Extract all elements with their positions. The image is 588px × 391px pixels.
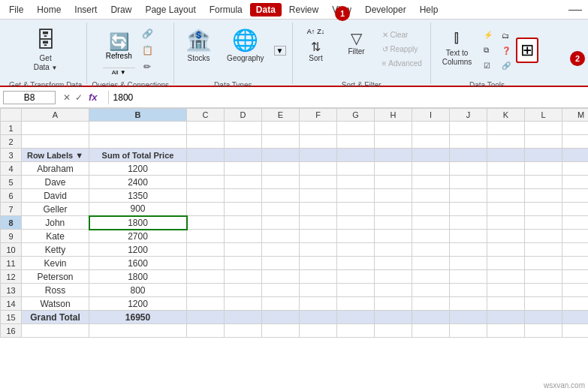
cell-7-5[interactable] [300, 203, 337, 216]
data-tools-special-button[interactable]: ⊞ [516, 38, 538, 63]
cell-8-2[interactable] [187, 216, 225, 230]
menu-help[interactable]: Help [414, 3, 445, 17]
cell-5-10[interactable] [487, 176, 525, 189]
cell-16-0[interactable] [22, 324, 89, 338]
cell-2-12[interactable] [562, 135, 589, 149]
cell-4-12[interactable] [562, 162, 589, 176]
cell-14-10[interactable] [487, 297, 525, 311]
cell-1-7[interactable] [375, 122, 412, 135]
cell-10-12[interactable] [562, 243, 589, 257]
cell-11-10[interactable] [487, 257, 525, 270]
cell-5-11[interactable] [525, 176, 562, 189]
cell-11-6[interactable] [337, 257, 375, 270]
cell-11-0[interactable]: Kevin [22, 257, 89, 270]
cell-4-0[interactable]: Abraham [22, 162, 89, 176]
col-header-E[interactable]: E [262, 109, 300, 122]
cell-1-2[interactable] [187, 122, 225, 135]
cell-2-5[interactable] [300, 135, 337, 149]
cell-11-8[interactable] [412, 257, 450, 270]
cell-16-8[interactable] [412, 324, 450, 338]
cell-10-7[interactable] [375, 243, 412, 257]
cell-10-4[interactable] [262, 243, 300, 257]
cell-8-7[interactable] [375, 216, 412, 230]
cell-4-9[interactable] [450, 162, 487, 176]
cell-3-9[interactable] [450, 149, 487, 162]
cell-5-7[interactable] [375, 176, 412, 189]
cell-3-2[interactable] [187, 149, 225, 162]
cell-15-9[interactable] [450, 311, 487, 324]
cell-8-8[interactable] [412, 216, 450, 230]
cell-13-11[interactable] [525, 284, 562, 297]
cell-16-4[interactable] [262, 324, 300, 338]
cell-2-7[interactable] [375, 135, 412, 149]
cell-3-6[interactable] [337, 149, 375, 162]
cell-4-3[interactable] [225, 162, 262, 176]
menu-file[interactable]: File [3, 3, 29, 17]
formula-cancel-icon[interactable]: ✕ [62, 92, 72, 104]
cell-6-0[interactable]: David [22, 189, 89, 203]
row-header-16[interactable]: 16 [1, 324, 22, 338]
cell-13-9[interactable] [450, 284, 487, 297]
col-header-M[interactable]: M [562, 109, 589, 122]
cell-7-8[interactable] [412, 203, 450, 216]
flash-fill-button[interactable]: ⚡ [480, 29, 496, 41]
cell-11-4[interactable] [262, 257, 300, 270]
cell-4-4[interactable] [262, 162, 300, 176]
cell-3-3[interactable] [225, 149, 262, 162]
cell-9-3[interactable] [225, 230, 262, 243]
cell-13-5[interactable] [300, 284, 337, 297]
row-header-6[interactable]: 6 [1, 189, 22, 203]
cell-6-8[interactable] [412, 189, 450, 203]
col-header-A[interactable]: A [22, 109, 89, 122]
cell-7-2[interactable] [187, 203, 225, 216]
menu-developer[interactable]: Developer [359, 3, 412, 17]
menu-review[interactable]: Review [283, 3, 324, 17]
col-header-B[interactable]: B [89, 109, 187, 122]
cell-1-12[interactable] [562, 122, 589, 135]
cell-12-2[interactable] [187, 270, 225, 284]
cell-11-9[interactable] [450, 257, 487, 270]
cell-9-4[interactable] [262, 230, 300, 243]
refresh-all-button[interactable]: 🔄 Refresh All ▼ [103, 24, 135, 77]
cell-10-3[interactable] [225, 243, 262, 257]
menu-home[interactable]: Home [31, 3, 67, 17]
cell-15-1[interactable]: 16950 [89, 311, 187, 324]
menu-insert[interactable]: Insert [68, 3, 103, 17]
col-header-J[interactable]: J [450, 109, 487, 122]
cell-14-12[interactable] [562, 297, 589, 311]
menu-data[interactable]: Data [250, 3, 282, 17]
cell-4-6[interactable] [337, 162, 375, 176]
cell-15-5[interactable] [300, 311, 337, 324]
sort-za-button[interactable]: Z↓ [316, 27, 325, 36]
cell-15-10[interactable] [487, 311, 525, 324]
cell-3-8[interactable] [412, 149, 450, 162]
cell-1-4[interactable] [262, 122, 300, 135]
cell-5-0[interactable]: Dave [22, 176, 89, 189]
cell-11-2[interactable] [187, 257, 225, 270]
cell-4-1[interactable]: 1200 [89, 162, 187, 176]
cell-14-7[interactable] [375, 297, 412, 311]
minimize-icon[interactable]: — [568, 2, 585, 17]
cell-1-5[interactable] [300, 122, 337, 135]
cell-15-6[interactable] [337, 311, 375, 324]
cell-16-12[interactable] [562, 324, 589, 338]
cell-15-3[interactable] [225, 311, 262, 324]
formula-fx-icon[interactable]: fx [86, 92, 101, 103]
row-header-2[interactable]: 2 [1, 135, 22, 149]
properties-button[interactable]: 📋 [138, 43, 157, 58]
cell-7-3[interactable] [225, 203, 262, 216]
row-header-14[interactable]: 14 [1, 297, 22, 311]
relationships-button[interactable]: 🔗 [498, 59, 514, 72]
cell-1-6[interactable] [337, 122, 375, 135]
cell-6-9[interactable] [450, 189, 487, 203]
cell-14-0[interactable]: Watson [22, 297, 89, 311]
cell-8-9[interactable] [450, 216, 487, 230]
cell-8-0[interactable]: John [22, 216, 89, 230]
cell-14-6[interactable] [337, 297, 375, 311]
cell-6-12[interactable] [562, 189, 589, 203]
cell-11-1[interactable]: 1600 [89, 257, 187, 270]
cell-2-6[interactable] [337, 135, 375, 149]
cell-2-10[interactable] [487, 135, 525, 149]
cell-16-10[interactable] [487, 324, 525, 338]
cell-15-11[interactable] [525, 311, 562, 324]
